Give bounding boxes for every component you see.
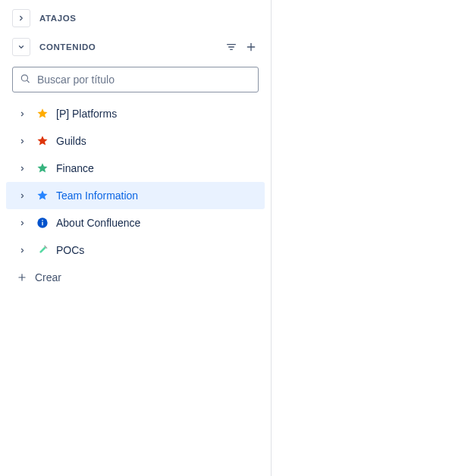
expand-finance[interactable] <box>15 161 29 175</box>
main-content-area <box>272 0 449 476</box>
chevron-right-icon <box>19 193 26 199</box>
create-label: Crear <box>35 271 61 283</box>
atajos-label: ATAJOS <box>39 14 77 23</box>
chevron-down-icon <box>17 43 25 51</box>
tree-item-finance[interactable]: Finance <box>6 155 265 182</box>
tree-item-label: [P] Platforms <box>56 108 117 120</box>
section-atajos-header: ATAJOS <box>6 6 265 30</box>
star-icon <box>35 106 50 121</box>
contenido-expand-button[interactable] <box>12 38 30 56</box>
tree-item-guilds[interactable]: Guilds <box>6 127 265 155</box>
search-input[interactable] <box>12 67 259 92</box>
chevron-right-icon <box>19 220 26 227</box>
filter-button[interactable] <box>222 38 240 56</box>
tree-item-team-information[interactable]: Team Information <box>6 182 265 209</box>
tree-item-platforms[interactable]: [P] Platforms <box>6 100 265 127</box>
tree-item-label: POCs <box>56 244 84 256</box>
contenido-label: CONTENIDO <box>39 42 96 52</box>
tree-item-label: Guilds <box>56 135 86 147</box>
plus-icon <box>17 272 27 283</box>
filter-icon <box>225 41 237 53</box>
test-tube-icon <box>35 243 50 258</box>
expand-about-confluence[interactable] <box>15 216 29 230</box>
info-icon <box>35 215 50 230</box>
svg-rect-8 <box>42 222 42 226</box>
search-wrap <box>12 67 259 92</box>
star-icon <box>35 161 50 176</box>
svg-rect-9 <box>42 220 42 221</box>
expand-pocs[interactable] <box>15 243 29 257</box>
add-content-button[interactable] <box>242 38 260 56</box>
expand-platforms[interactable] <box>15 107 29 121</box>
plus-icon <box>245 41 257 53</box>
tree-item-label: Team Information <box>56 189 138 202</box>
star-icon <box>35 133 50 149</box>
page-tree: [P] Platforms Guilds Finance <box>6 100 265 291</box>
chevron-right-icon <box>19 165 26 172</box>
tree-item-about-confluence[interactable]: About Confluence <box>6 209 265 236</box>
chevron-right-icon <box>19 111 26 117</box>
tree-item-label: About Confluence <box>56 217 140 229</box>
create-page-row[interactable]: Crear <box>6 264 265 291</box>
chevron-right-icon <box>17 14 25 22</box>
atajos-expand-button[interactable] <box>12 9 30 27</box>
expand-team-information[interactable] <box>15 189 29 202</box>
chevron-right-icon <box>19 138 26 145</box>
star-icon <box>35 188 50 203</box>
tree-item-pocs[interactable]: POCs <box>6 236 265 264</box>
section-contenido-header: CONTENIDO <box>6 35 265 59</box>
chevron-right-icon <box>19 247 26 254</box>
tree-item-label: Finance <box>56 162 94 174</box>
expand-guilds[interactable] <box>15 134 29 148</box>
sidebar: ATAJOS CONTENIDO <box>0 0 272 476</box>
